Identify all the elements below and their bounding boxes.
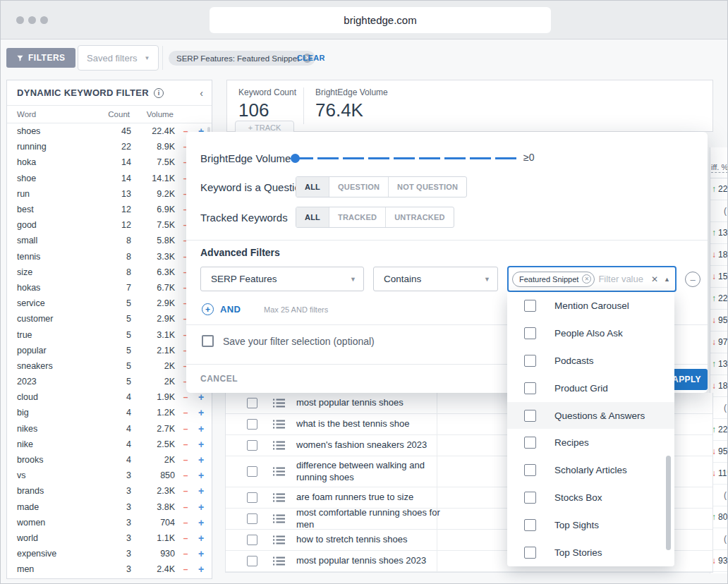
option-label: Stocks Box: [554, 492, 602, 503]
exclude-word-button[interactable]: –: [176, 455, 195, 465]
slider-handle[interactable]: [291, 154, 300, 163]
option-checkbox[interactable]: [524, 355, 536, 367]
keyword-filter-row: good 12 7.5K – +: [7, 217, 212, 233]
keyword-count: 5: [97, 330, 131, 340]
dropdown-option[interactable]: Product Grid: [507, 375, 674, 402]
keyword-volume: 3.8K: [131, 502, 176, 512]
saved-filters-dropdown[interactable]: Saved filters ▼: [78, 45, 159, 71]
option-checkbox[interactable]: [524, 519, 536, 531]
dropdown-option[interactable]: Podcasts: [507, 347, 674, 375]
keyword-filter-row: women 3 704 – +: [7, 515, 212, 530]
tracked-option-tracked[interactable]: TRACKED: [329, 207, 386, 227]
include-word-button[interactable]: +: [195, 439, 207, 450]
active-filter-chip[interactable]: SERP Features: Featured Snippet ✕: [169, 51, 315, 66]
include-word-button[interactable]: +: [195, 485, 207, 497]
tracked-option-all[interactable]: ALL: [296, 207, 329, 227]
chevron-up-icon[interactable]: ▲: [664, 276, 670, 283]
clear-filters-link[interactable]: CLEAR: [297, 54, 325, 62]
include-word-button[interactable]: +: [195, 501, 207, 513]
slider-track[interactable]: [292, 157, 518, 159]
keyword-volume: 2.3K: [131, 486, 176, 496]
include-word-button[interactable]: +: [195, 517, 207, 528]
dropdown-option[interactable]: People Also Ask: [507, 320, 674, 347]
dropdown-option[interactable]: Mention Carousel: [507, 292, 674, 320]
operator-select[interactable]: Contains ▼: [373, 267, 498, 291]
keyword-word: brands: [17, 486, 97, 496]
exclude-word-button[interactable]: –: [176, 486, 195, 496]
dropdown-scrollbar[interactable]: [666, 456, 671, 550]
keyword-count: 5: [97, 377, 131, 387]
exclude-word-button[interactable]: –: [176, 502, 195, 512]
row-checkbox[interactable]: [247, 535, 257, 545]
include-word-button[interactable]: +: [195, 454, 207, 466]
option-checkbox[interactable]: [524, 492, 536, 504]
address-bar[interactable]: brightedge.com: [210, 7, 551, 33]
tracked-segmented-control: ALL TRACKED UNTRACKED: [296, 207, 454, 228]
filters-button[interactable]: FILTERS: [6, 48, 75, 68]
include-word-button[interactable]: +: [195, 470, 207, 481]
window-control-dot[interactable]: [40, 16, 48, 24]
option-checkbox[interactable]: [524, 300, 536, 312]
row-checkbox[interactable]: [247, 419, 257, 430]
selected-value-chip[interactable]: Featured Snippet ✕: [512, 272, 595, 287]
row-checkbox[interactable]: [247, 440, 257, 451]
exclude-word-button[interactable]: –: [176, 533, 195, 543]
row-checkbox[interactable]: [247, 398, 257, 408]
remove-filter-row-button[interactable]: –: [685, 272, 700, 287]
option-checkbox[interactable]: [524, 464, 536, 476]
option-checkbox[interactable]: [524, 327, 536, 339]
remove-value-icon[interactable]: ✕: [582, 274, 591, 284]
diff-value-text: 22%: [718, 184, 728, 194]
question-option-question[interactable]: QUESTION: [329, 177, 389, 197]
option-checkbox[interactable]: [524, 437, 536, 449]
row-checkbox[interactable]: [247, 492, 257, 503]
option-checkbox[interactable]: [524, 382, 536, 394]
question-option-not-question[interactable]: NOT QUESTION: [389, 177, 466, 197]
filter-value-input[interactable]: [598, 274, 648, 284]
save-filter-checkbox[interactable]: [202, 335, 214, 347]
keyword-filter-row: run 13 9.2K – +: [7, 186, 212, 202]
collapse-panel-icon[interactable]: ‹: [200, 87, 203, 99]
dropdown-option[interactable]: Top Sights: [507, 511, 674, 539]
dropdown-option[interactable]: Scholarly Articles: [507, 456, 674, 484]
filter-value-multiselect[interactable]: Featured Snippet ✕ ✕ ▲: [507, 266, 677, 292]
tracked-option-untracked[interactable]: UNTRACKED: [386, 207, 453, 227]
include-word-button[interactable]: +: [195, 564, 207, 575]
exclude-word-button[interactable]: –: [176, 392, 195, 402]
dropdown-option[interactable]: Stocks Box: [507, 484, 674, 511]
dropdown-option[interactable]: Top Stories: [507, 539, 674, 566]
exclude-word-button[interactable]: –: [176, 408, 195, 418]
exclude-word-button[interactable]: –: [176, 518, 195, 528]
cancel-button[interactable]: CANCEL: [200, 374, 238, 384]
row-checkbox[interactable]: [247, 513, 257, 524]
dropdown-option[interactable]: Questions & Answers: [507, 402, 674, 430]
row-checkbox[interactable]: [247, 556, 257, 566]
window-control-dot[interactable]: [16, 16, 24, 24]
exclude-word-button[interactable]: –: [176, 564, 195, 574]
field-select[interactable]: SERP Features ▼: [200, 267, 364, 291]
row-checkbox[interactable]: [247, 466, 257, 477]
include-word-button[interactable]: +: [195, 548, 207, 559]
include-word-button[interactable]: +: [195, 533, 207, 544]
window-control-dot[interactable]: [28, 16, 36, 24]
diff-column-header[interactable]: iff. %: [710, 147, 728, 178]
option-label: Product Grid: [554, 383, 608, 394]
exclude-word-button[interactable]: –: [176, 424, 195, 434]
keyword-filter-row: brands 3 2.3K – +: [7, 483, 212, 499]
exclude-word-button[interactable]: –: [176, 470, 195, 480]
include-word-button[interactable]: +: [195, 423, 207, 434]
option-checkbox[interactable]: [524, 547, 536, 559]
keyword-count: 3: [97, 549, 131, 559]
info-icon[interactable]: i: [154, 88, 164, 98]
keyword-word: best: [17, 205, 97, 214]
include-word-button[interactable]: +: [195, 407, 207, 418]
include-word-button[interactable]: +: [195, 391, 207, 403]
dropdown-option[interactable]: Recipes: [507, 429, 674, 456]
add-and-filter-button[interactable]: AND: [220, 304, 241, 315]
question-option-all[interactable]: ALL: [296, 177, 329, 197]
clear-values-icon[interactable]: ✕: [651, 274, 658, 284]
exclude-word-button[interactable]: –: [176, 549, 195, 559]
volume-slider[interactable]: [292, 157, 518, 160]
option-checkbox[interactable]: [524, 410, 536, 422]
exclude-word-button[interactable]: –: [176, 439, 195, 449]
